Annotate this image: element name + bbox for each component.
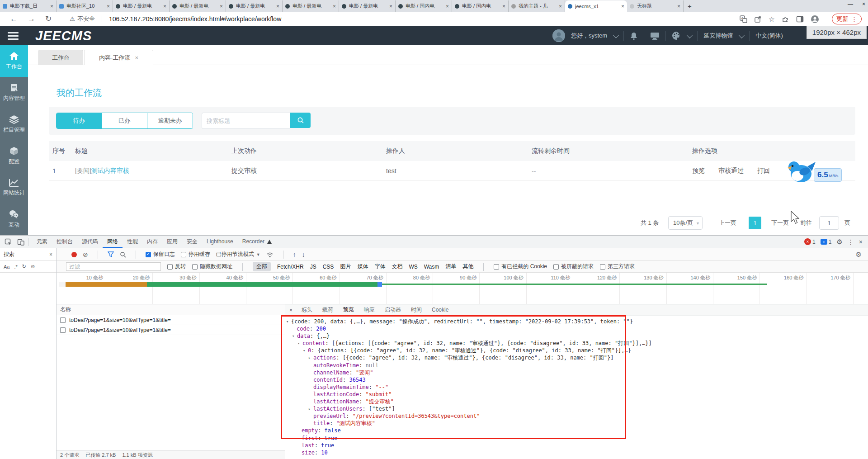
collapsed-arrow-icon[interactable]: ▸ — [308, 354, 313, 361]
json-line[interactable]: ▸lastActionUsers: ["test"] — [285, 405, 868, 412]
filter-button-已办[interactable]: 已办 — [101, 113, 147, 128]
type-filter-其他[interactable]: 其他 — [462, 263, 473, 270]
action-link-审核通过[interactable]: 审核通过 — [718, 167, 744, 175]
import-har-icon[interactable]: ↑ — [293, 251, 296, 258]
export-har-icon[interactable]: ↓ — [302, 251, 305, 258]
preview-tab-Cookie[interactable]: Cookie — [427, 304, 453, 316]
sidebar-item-配置[interactable]: 配置 — [0, 140, 28, 172]
issues-indicator[interactable]: ▪ 1 — [821, 239, 832, 245]
sidebar-item-互动[interactable]: 互动 — [0, 203, 28, 235]
json-line[interactable]: lastActionName: "提交审核" — [285, 398, 868, 405]
request-row[interactable]: toDeal?page=1&size=10&wfType=1&title= — [57, 315, 285, 325]
tab-close-icon[interactable]: × — [677, 3, 680, 9]
type-filter-文档[interactable]: 文档 — [392, 263, 402, 270]
filter-checkbox-第三方请求[interactable]: 第三方请求 — [600, 263, 635, 270]
request-checkbox[interactable] — [60, 317, 66, 323]
clear-icon[interactable]: ⊘ — [83, 251, 88, 258]
json-line[interactable]: code: 200 — [285, 325, 868, 332]
preview-tab-启动器[interactable]: 启动器 — [380, 304, 406, 316]
json-line[interactable]: first: true — [285, 435, 868, 442]
preview-tab-标头[interactable]: 标头 — [297, 304, 317, 316]
tab-close-icon[interactable]: × — [389, 3, 392, 9]
filter-button-逾期未办[interactable]: 逾期未办 — [147, 113, 193, 128]
notification-bell-icon[interactable] — [630, 32, 638, 40]
type-filter-字体[interactable]: 字体 — [374, 263, 385, 270]
device-toolbar-icon[interactable] — [17, 238, 24, 246]
hide-data-urls-checkbox[interactable]: 隐藏数据网址 — [192, 263, 232, 270]
filter-checkbox-有已拦截的 Cookie[interactable]: 有已拦截的 Cookie — [494, 263, 547, 270]
close-window-button[interactable]: × — [862, 1, 865, 7]
preview-tab-预览[interactable]: 预览 — [338, 304, 359, 316]
filter-funnel-icon[interactable] — [108, 251, 114, 257]
site-switcher[interactable]: 延安博物馆 — [703, 32, 733, 40]
type-filter-全部[interactable]: 全部 — [253, 262, 271, 271]
network-overview-timeline[interactable]: 10 毫秒20 毫秒30 毫秒40 毫秒50 毫秒60 毫秒70 毫秒80 毫秒… — [0, 273, 868, 304]
tab-close-icon[interactable]: × — [135, 54, 138, 61]
extensions-icon[interactable] — [782, 15, 789, 23]
devtools-tab-性能[interactable]: 性能 — [123, 236, 142, 248]
theme-palette-icon[interactable] — [672, 31, 681, 40]
sidebar-item-栏目管理[interactable]: 栏目管理 — [0, 109, 28, 140]
json-line[interactable]: empty: false — [285, 427, 868, 434]
bookmark-star-icon[interactable]: ☆ — [769, 15, 775, 24]
json-line[interactable]: contentId: 36543 — [285, 376, 868, 383]
type-filter-WS[interactable]: WS — [409, 264, 417, 270]
preview-tab-载荷[interactable]: 载荷 — [317, 304, 338, 316]
match-case-icon[interactable]: Aa — [4, 264, 9, 270]
close-preview-icon[interactable]: × — [285, 307, 297, 313]
user-avatar[interactable] — [552, 29, 565, 42]
search-input[interactable] — [202, 113, 290, 129]
devtools-tab-内存[interactable]: 内存 — [142, 236, 162, 248]
devtools-settings-gear-icon[interactable]: ⚙ — [836, 238, 842, 246]
tab-close-icon[interactable]: × — [50, 3, 53, 9]
preview-tab-时间[interactable]: 时间 — [406, 304, 427, 316]
json-line[interactable]: ▾0: {actions: [{code: "agree", id: 32, n… — [285, 347, 868, 354]
browser-tab[interactable]: 电影 / 国内电× — [452, 0, 509, 12]
sidebar-item-网站统计[interactable]: 网站统计 — [0, 172, 28, 203]
action-link-打回[interactable]: 打回 — [757, 167, 770, 175]
sidebar-item-工作台[interactable]: 工作台 — [0, 45, 28, 77]
goto-page-input[interactable] — [819, 216, 839, 230]
tab-close-icon[interactable]: × — [163, 3, 166, 9]
browser-tab[interactable]: 我的主题 - 几× — [509, 0, 565, 12]
devtools-tab-元素[interactable]: 元素 — [32, 236, 52, 248]
json-line[interactable]: last: true — [285, 442, 868, 449]
minimize-button[interactable]: — — [848, 1, 853, 7]
current-page-button[interactable]: 1 — [749, 217, 761, 229]
workspace-tab-内容-工作流[interactable]: 内容-工作流× — [84, 50, 153, 65]
translate-icon[interactable]: A — [740, 15, 747, 23]
preview-tab-响应[interactable]: 响应 — [359, 304, 380, 316]
browser-tab[interactable]: 电影 / 最新电× — [339, 0, 396, 12]
tab-close-icon[interactable]: × — [107, 3, 110, 9]
devtools-tab-控制台[interactable]: 控制台 — [52, 236, 77, 248]
menu-toggle-icon[interactable] — [8, 30, 19, 42]
clear-icon[interactable]: ⊘ — [31, 264, 35, 270]
download-speed-widget[interactable]: 6.5 MB/s — [788, 159, 816, 185]
record-icon[interactable] — [71, 252, 77, 257]
prev-page-button[interactable]: 上一页 — [719, 216, 736, 230]
browser-tab[interactable]: 电影 / 最新电× — [113, 0, 170, 12]
json-line[interactable]: ▾{code: 200, data: {,…}, message: "操作成功"… — [285, 318, 868, 325]
user-greeting[interactable]: 您好，system — [571, 32, 607, 40]
browser-tab[interactable]: 电影 / 国内电× — [396, 0, 452, 12]
type-filter-Fetch/XHR[interactable]: Fetch/XHR — [277, 264, 304, 270]
devtools-tab-网络[interactable]: 网络 — [103, 236, 123, 248]
json-line[interactable]: size: 10 — [285, 449, 868, 456]
json-line[interactable]: lastActionCode: "submit" — [285, 391, 868, 398]
browser-tab[interactable]: 电影 / 最新电× — [226, 0, 283, 12]
devtools-tab-Recorder[interactable]: Recorder — [238, 236, 269, 248]
type-filter-CSS[interactable]: CSS — [323, 264, 334, 270]
request-checkbox[interactable] — [60, 327, 66, 333]
json-line[interactable]: displayRemainTime: "--" — [285, 383, 868, 391]
search-button[interactable] — [290, 113, 311, 128]
title-link[interactable]: 测试内容审核 — [91, 167, 129, 175]
invert-checkbox[interactable]: 反转 — [167, 263, 186, 270]
regex-icon[interactable]: .* — [14, 264, 17, 270]
tab-close-icon[interactable]: × — [333, 3, 336, 9]
json-preview-tree[interactable]: ▾{code: 200, data: {,…}, message: "操作成功"… — [285, 316, 868, 459]
devtools-tab-应用[interactable]: 应用 — [162, 236, 182, 248]
devtools-tab-Lighthouse[interactable]: Lighthouse — [202, 236, 238, 248]
tab-close-icon[interactable]: × — [446, 3, 449, 9]
search-panel-close-icon[interactable]: × — [49, 251, 52, 258]
browser-tab[interactable]: 电影 / 最新电× — [283, 0, 339, 12]
